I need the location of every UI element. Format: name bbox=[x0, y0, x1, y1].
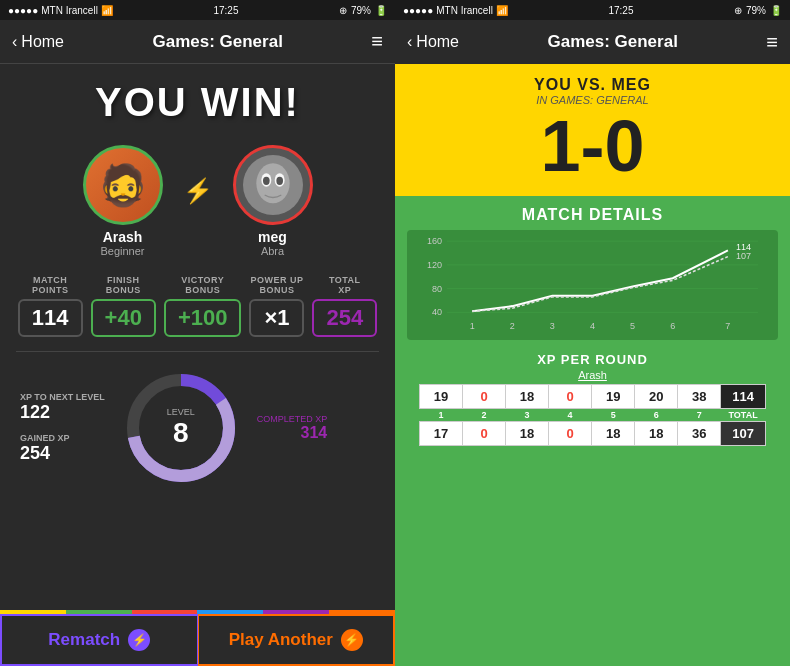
right-carrier-name: MTN Irancell bbox=[436, 5, 493, 16]
wifi-icon: 📶 bbox=[101, 5, 113, 16]
rematch-button[interactable]: Rematch ⚡ bbox=[0, 614, 198, 666]
round-num-7: TOTAL bbox=[721, 409, 766, 422]
rematch-label: Rematch bbox=[48, 630, 120, 650]
round-num-1: 2 bbox=[463, 409, 506, 422]
svg-text:5: 5 bbox=[630, 321, 635, 331]
gained-xp-group: GAINED XP 254 bbox=[20, 433, 105, 464]
signal-dots: ●●●●● bbox=[8, 5, 38, 16]
left-carrier-info: ●●●●● MTN Irancell 📶 bbox=[8, 5, 113, 16]
right-battery-pct: 79% bbox=[746, 5, 766, 16]
player1-avatar: 🧔 bbox=[83, 145, 163, 225]
player2-name: meg bbox=[258, 229, 287, 245]
donut-label: LEVEL 8 bbox=[167, 407, 195, 449]
completed-xp-label: COMPLETED XP bbox=[257, 414, 328, 424]
right-signal-dots: ●●●●● bbox=[403, 5, 433, 16]
left-time: 17:25 bbox=[213, 5, 238, 16]
left-right-status: ⊕ 79% 🔋 bbox=[339, 5, 387, 16]
svg-text:120: 120 bbox=[427, 260, 442, 270]
score-row: MATCH POINTS 114 FINISH BONUS +40 VICTOR… bbox=[0, 267, 395, 345]
meg-cell-2: 18 bbox=[506, 422, 549, 446]
completed-xp-group: COMPLETED XP 314 bbox=[257, 414, 328, 442]
meg-cell-4: 18 bbox=[592, 422, 635, 446]
finish-bonus-box: FINISH BONUS +40 bbox=[91, 275, 156, 337]
level-section: XP TO NEXT LEVEL 122 GAINED XP 254 LEVEL… bbox=[0, 358, 395, 498]
player1-face: 🧔 bbox=[98, 162, 148, 209]
victory-bonus-value: +100 bbox=[164, 299, 242, 337]
left-back-button[interactable]: ‹ Home bbox=[12, 33, 64, 51]
arash-cell-0: 19 bbox=[420, 385, 463, 409]
win-text: YOU WIN! bbox=[0, 80, 395, 125]
arash-cell-6: 38 bbox=[678, 385, 721, 409]
left-menu-button[interactable]: ≡ bbox=[371, 30, 383, 53]
level-text: LEVEL bbox=[167, 407, 195, 417]
svg-text:107: 107 bbox=[736, 251, 751, 261]
arash-cell-3: 0 bbox=[549, 385, 592, 409]
xp-labels-right: COMPLETED XP 314 bbox=[257, 414, 328, 442]
total-xp-value: 254 bbox=[312, 299, 377, 337]
gps-icon: ⊕ bbox=[339, 5, 347, 16]
right-gps-icon: ⊕ bbox=[734, 5, 742, 16]
play-another-label: Play Another bbox=[229, 630, 333, 650]
total-xp-label: TOTAL XP bbox=[329, 275, 361, 295]
victory-bonus-box: VICTORY BONUS +100 bbox=[164, 275, 242, 337]
play-another-button[interactable]: Play Another ⚡ bbox=[198, 614, 396, 666]
svg-text:3: 3 bbox=[550, 321, 555, 331]
meg-row: 170180181836107 bbox=[420, 422, 766, 446]
right-status-bar: ●●●●● MTN Irancell 📶 17:25 ⊕ 79% 🔋 bbox=[395, 0, 790, 20]
svg-text:160: 160 bbox=[427, 236, 442, 246]
right-carrier-info: ●●●●● MTN Irancell 📶 bbox=[403, 5, 508, 16]
xp-per-round-section: XP PER ROUND Arash 190180192038114 12345… bbox=[407, 346, 778, 446]
left-status-bar: ●●●●● MTN Irancell 📶 17:25 ⊕ 79% 🔋 bbox=[0, 0, 395, 20]
meg-cell-5: 18 bbox=[635, 422, 678, 446]
match-details-title: MATCH DETAILS bbox=[407, 206, 778, 224]
completed-xp-value: 314 bbox=[257, 424, 328, 442]
left-back-label: Home bbox=[21, 33, 64, 51]
powerup-bonus-box: POWER UP BONUS ×1 bbox=[249, 275, 304, 337]
powerup-bonus-value: ×1 bbox=[249, 299, 304, 337]
xp-per-round-title: XP PER ROUND bbox=[419, 352, 766, 367]
round-num-4: 5 bbox=[592, 409, 635, 422]
arash-label: Arash bbox=[419, 369, 766, 381]
svg-text:4: 4 bbox=[590, 321, 595, 331]
meg-cell-7: 107 bbox=[721, 422, 766, 446]
xp-to-next-group: XP TO NEXT LEVEL 122 bbox=[20, 392, 105, 423]
left-nav-title: Games: General bbox=[64, 32, 371, 52]
avatars-section: 🧔 Arash Beginner ⚡ meg bbox=[0, 135, 395, 267]
right-panel: ●●●●● MTN Irancell 📶 17:25 ⊕ 79% 🔋 ‹ Hom… bbox=[395, 0, 790, 666]
right-back-button[interactable]: ‹ Home bbox=[407, 33, 459, 51]
finish-bonus-value: +40 bbox=[91, 299, 156, 337]
player1-level: Beginner bbox=[100, 245, 144, 257]
arash-cell-2: 18 bbox=[506, 385, 549, 409]
meg-cell-3: 0 bbox=[549, 422, 592, 446]
right-nav-title: Games: General bbox=[459, 32, 766, 52]
chart-svg: 160 120 80 40 1 2 3 4 5 6 7 114 107 bbox=[417, 236, 768, 334]
player2-avatar-container: meg Abra bbox=[233, 145, 313, 257]
right-wifi-icon: 📶 bbox=[496, 5, 508, 16]
right-right-status: ⊕ 79% 🔋 bbox=[734, 5, 782, 16]
finish-bonus-label: FINISH BONUS bbox=[106, 275, 141, 295]
divider bbox=[16, 351, 379, 352]
svg-text:80: 80 bbox=[432, 284, 442, 294]
meg-cell-0: 17 bbox=[420, 422, 463, 446]
powerup-bonus-label: POWER UP BONUS bbox=[250, 275, 303, 295]
right-menu-button[interactable]: ≡ bbox=[766, 31, 778, 54]
round-numbers-row: 1234567TOTAL bbox=[420, 409, 766, 422]
level-num: 8 bbox=[167, 417, 195, 449]
round-num-3: 4 bbox=[549, 409, 592, 422]
back-chevron-icon: ‹ bbox=[12, 33, 17, 51]
battery-icon: 🔋 bbox=[375, 5, 387, 16]
left-panel: ●●●●● MTN Irancell 📶 17:25 ⊕ 79% 🔋 ‹ Hom… bbox=[0, 0, 395, 666]
svg-text:1: 1 bbox=[470, 321, 475, 331]
match-points-label: MATCH POINTS bbox=[32, 275, 69, 295]
win-header: YOU WIN! bbox=[0, 64, 395, 135]
svg-text:7: 7 bbox=[725, 321, 730, 331]
match-details-section: MATCH DETAILS 160 120 80 40 1 2 3 4 5 6 bbox=[395, 196, 790, 666]
match-points-box: MATCH POINTS 114 bbox=[18, 275, 83, 337]
right-back-label: Home bbox=[416, 33, 459, 51]
svg-text:6: 6 bbox=[670, 321, 675, 331]
total-xp-box: TOTAL XP 254 bbox=[312, 275, 377, 337]
svg-text:2: 2 bbox=[510, 321, 515, 331]
battery-pct: 79% bbox=[351, 5, 371, 16]
svg-point-3 bbox=[263, 177, 270, 185]
xp-to-next-label: XP TO NEXT LEVEL bbox=[20, 392, 105, 402]
